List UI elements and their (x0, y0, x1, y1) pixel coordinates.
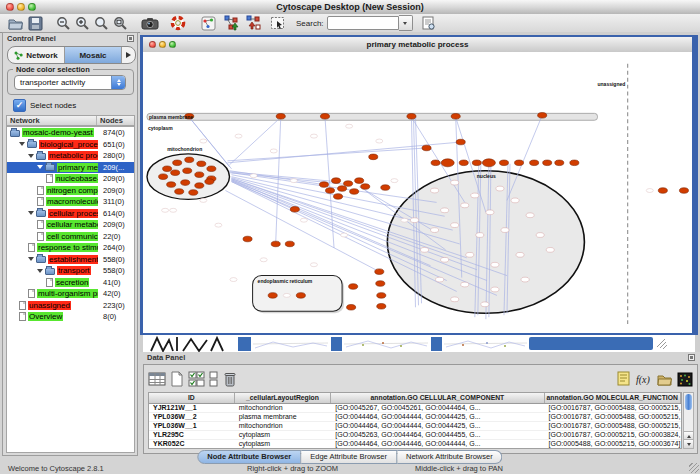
network-node[interactable] (526, 213, 534, 218)
network-node[interactable] (441, 159, 454, 167)
network-node[interactable] (181, 180, 190, 186)
network-node[interactable] (270, 149, 277, 153)
table-row[interactable]: YPL036W__1mitochondrion[GO:0044464, GO:0… (149, 422, 681, 431)
network-node[interactable] (195, 172, 204, 178)
import-attributes-icon[interactable] (245, 15, 262, 32)
network-node[interactable] (555, 160, 564, 166)
network-node[interactable] (491, 262, 499, 267)
network-node[interactable] (422, 145, 431, 151)
network-node[interactable] (486, 210, 494, 215)
network-node[interactable] (175, 189, 184, 195)
network-node[interactable] (310, 263, 317, 267)
vizmapper-icon[interactable] (201, 15, 216, 32)
network-canvas[interactable]: plasma membranecytoplasmmitochondrionnuc… (143, 52, 692, 333)
tab-network[interactable]: Network (8, 47, 65, 63)
table-row[interactable]: YPL036W__2plasma membrane[GO:0044464, GO… (149, 413, 681, 422)
column-header[interactable]: ID (149, 393, 235, 403)
network-node[interactable] (162, 208, 169, 212)
network-node[interactable] (215, 223, 222, 227)
network-node[interactable] (441, 208, 449, 213)
network-node[interactable] (355, 178, 364, 184)
expand-arrow-icon[interactable] (37, 165, 43, 169)
network-node[interactable] (459, 160, 468, 166)
column-header[interactable]: annotation.GO CELLULAR_COMPONENT (331, 393, 544, 403)
scrollbar-thumb[interactable] (685, 394, 692, 410)
tree-row[interactable]: cell communicat22(0) (7, 231, 134, 243)
network-node[interactable] (260, 258, 267, 262)
attribute-matrix-icon[interactable] (677, 371, 693, 388)
network-node[interactable] (431, 188, 439, 193)
table-row[interactable]: YKR052Ccytoplasm[GO:0044464, GO:0044446,… (149, 440, 681, 449)
tab-mosaic[interactable]: Mosaic (65, 47, 122, 63)
tab-network-attribute-browser[interactable]: Network Attribute Browser (397, 450, 503, 464)
function-builder-icon[interactable]: f(x) (635, 371, 652, 388)
network-node[interactable] (167, 182, 176, 188)
network-node[interactable] (381, 185, 390, 191)
tree-row[interactable]: multi-organism pro42(0) (7, 288, 134, 300)
table-scrollbar[interactable] (683, 392, 694, 449)
network-node[interactable] (325, 188, 334, 194)
network-node[interactable] (159, 174, 168, 180)
network-node[interactable] (407, 114, 416, 120)
network-node[interactable] (377, 293, 386, 299)
float-panel-icon[interactable] (127, 35, 134, 42)
network-node[interactable] (185, 157, 194, 163)
tree-row[interactable]: establishment of lo558(0) (7, 254, 134, 266)
network-node[interactable] (377, 304, 386, 310)
network-node[interactable] (538, 113, 547, 119)
expand-arrow-icon[interactable] (28, 211, 34, 215)
network-node[interactable] (499, 160, 508, 166)
network-node[interactable] (496, 186, 504, 191)
network-node[interactable] (350, 189, 359, 195)
network-node[interactable] (491, 287, 499, 292)
search-options-icon[interactable] (421, 15, 436, 32)
zoom-out-icon[interactable] (56, 15, 71, 32)
network-node[interactable] (410, 218, 418, 223)
zoom-selected-icon[interactable] (94, 15, 109, 32)
network-node[interactable] (183, 168, 192, 174)
network-node[interactable] (332, 178, 341, 184)
network-node[interactable] (347, 305, 356, 311)
network-node[interactable] (195, 183, 204, 189)
network-node[interactable] (570, 160, 579, 166)
tree-row[interactable]: macromolecule311(0) (7, 196, 134, 208)
network-node[interactable] (207, 166, 216, 172)
new-attribute-icon[interactable] (170, 371, 184, 388)
tree-row[interactable]: cellular metabo209(0) (7, 219, 134, 231)
network-node[interactable] (461, 203, 469, 208)
save-session-icon[interactable] (28, 15, 43, 32)
network-node[interactable] (170, 208, 177, 212)
network-node[interactable] (200, 139, 207, 143)
network-node[interactable] (401, 218, 408, 222)
tab-edge-attribute-browser[interactable]: Edge Attribute Browser (301, 450, 397, 464)
expand-arrow-icon[interactable] (28, 154, 34, 158)
network-node[interactable] (375, 269, 384, 275)
node-color-dropdown[interactable]: transporter activity (14, 75, 126, 90)
network-node[interactable] (296, 293, 305, 299)
network-node[interactable] (319, 182, 328, 188)
network-node[interactable] (471, 193, 479, 198)
open-file-icon[interactable] (7, 15, 24, 32)
network-node[interactable] (285, 241, 294, 247)
network-node[interactable] (376, 281, 385, 287)
zoom-fit-icon[interactable] (113, 15, 128, 32)
network-node[interactable] (349, 284, 358, 290)
table-row[interactable]: YLR295Ccytoplasm[GO:0045263, GO:0044464,… (149, 431, 681, 440)
tree-row[interactable]: cellular process614(0) (7, 208, 134, 220)
network-node[interactable] (521, 277, 529, 282)
network-node[interactable] (300, 218, 307, 222)
tree-row[interactable]: response to stimulu264(0) (7, 242, 134, 254)
network-node[interactable] (290, 179, 297, 183)
network-window-titlebar[interactable]: primary metabolic process (143, 37, 692, 53)
network-node[interactable] (276, 114, 285, 120)
network-node[interactable] (511, 198, 519, 203)
network-node[interactable] (250, 174, 257, 178)
tree-row[interactable]: transport558(0) (7, 265, 134, 277)
attribute-notes-icon[interactable] (617, 371, 631, 388)
network-node[interactable] (346, 124, 353, 128)
network-node[interactable] (341, 233, 348, 237)
import-attributes-folder-icon[interactable] (656, 371, 673, 388)
network-node[interactable] (361, 184, 370, 190)
network-node[interactable] (205, 179, 214, 185)
network-node[interactable] (230, 278, 237, 282)
